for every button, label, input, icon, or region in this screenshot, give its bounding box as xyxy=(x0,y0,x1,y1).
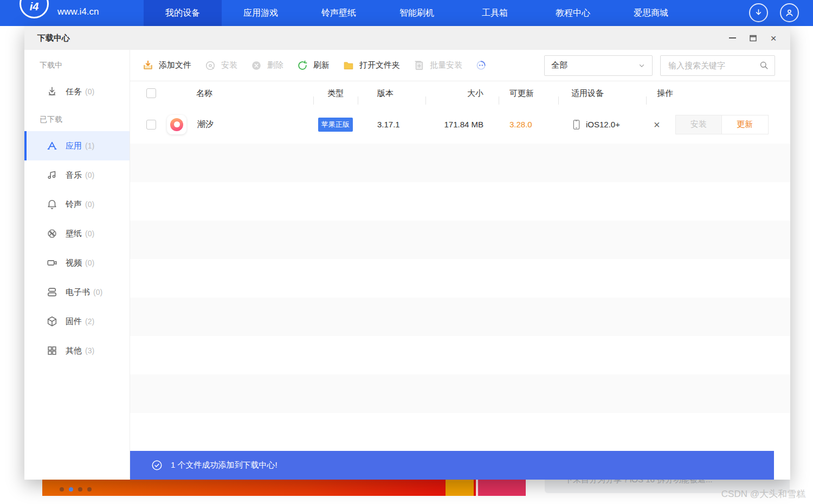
batch-install-icon xyxy=(413,60,425,72)
carousel-dot[interactable] xyxy=(60,487,64,492)
sidebar-item-firmware[interactable]: 固件 (2) xyxy=(24,307,130,336)
sidebar-item-wallpapers[interactable]: 壁纸 (0) xyxy=(24,219,130,248)
app-size: 171.84 MB xyxy=(425,120,499,129)
row-checkbox[interactable] xyxy=(146,120,156,130)
nav-item-my-device[interactable]: 我的设备 xyxy=(144,0,222,26)
column-header-version: 版本 xyxy=(358,88,425,99)
search-box xyxy=(660,55,775,76)
close-button[interactable]: × xyxy=(765,30,782,46)
phone-icon xyxy=(571,119,582,131)
remove-row-icon[interactable]: × xyxy=(654,119,660,130)
delete-circle-icon xyxy=(250,60,262,72)
sidebar-section-downloaded: 已下载 xyxy=(24,106,130,131)
carousel-dot[interactable] xyxy=(78,487,82,492)
bell-icon xyxy=(46,198,58,210)
sidebar-item-tasks[interactable]: 任务 (0) xyxy=(24,77,130,106)
chevron-down-icon xyxy=(638,62,646,69)
update-row-button[interactable]: 更新 xyxy=(722,115,769,134)
sidebar: 下载中 任务 (0) 已下载 应用 (1) 音乐 xyxy=(24,50,130,480)
app-name: 潮汐 xyxy=(197,119,214,130)
grid-icon xyxy=(46,345,58,357)
site-url[interactable]: www.i4.cn xyxy=(57,7,99,17)
sidebar-section-downloading: 下载中 xyxy=(24,52,130,77)
window-titlebar[interactable]: 下载中心 × xyxy=(24,26,790,50)
video-camera-icon xyxy=(46,257,58,269)
table-row[interactable]: 潮汐 苹果正版 3.17.1 171.84 MB 3.28.0 iOS12.0+… xyxy=(130,105,790,144)
notification-text: 1 个文件成功添加到下载中心! xyxy=(171,460,278,470)
maximize-button[interactable] xyxy=(745,30,761,46)
toolbar: 添加文件 安装 删除 xyxy=(130,50,790,81)
search-icon[interactable] xyxy=(759,60,769,70)
refresh-icon xyxy=(296,60,308,72)
nav-right-icons xyxy=(749,3,799,22)
minimize-button[interactable] xyxy=(724,30,740,46)
user-account-icon[interactable] xyxy=(780,3,799,22)
carousel-dot[interactable] xyxy=(87,487,92,492)
device-requirement: iOS12.0+ xyxy=(586,120,620,129)
csdn-watermark: CSDN @大头和雪糕 xyxy=(721,488,805,500)
column-header-type: 类型 xyxy=(313,88,358,99)
appstore-icon xyxy=(46,140,58,152)
top-navbar: i4 www.i4.cn 我的设备 应用游戏 铃声壁纸 智能刷机 工具箱 教程中… xyxy=(0,0,813,26)
sidebar-item-music[interactable]: 音乐 (0) xyxy=(24,160,130,190)
app-version: 3.17.1 xyxy=(358,120,425,129)
sidebar-item-ebooks[interactable]: 电子书 (0) xyxy=(24,277,130,307)
nav-item-aisi-store[interactable]: 爱思商城 xyxy=(612,0,690,26)
nav-item-toolbox[interactable]: 工具箱 xyxy=(456,0,534,26)
tide-app-icon xyxy=(167,115,186,134)
nav-item-ringtones-wallpapers[interactable]: 铃声壁纸 xyxy=(300,0,378,26)
add-file-button[interactable]: 添加文件 xyxy=(142,60,191,72)
column-header-updatable: 可更新 xyxy=(499,88,558,99)
content-area: 添加文件 安装 删除 xyxy=(130,50,790,480)
nav-menu: 我的设备 应用游戏 铃声壁纸 智能刷机 工具箱 教程中心 爱思商城 xyxy=(144,0,690,26)
download-icon[interactable] xyxy=(749,3,768,22)
updatable-version: 3.28.0 xyxy=(499,120,558,129)
sidebar-item-ringtones[interactable]: 铃声 (0) xyxy=(24,190,130,219)
download-tray-icon xyxy=(46,86,58,98)
type-badge: 苹果正版 xyxy=(318,118,353,132)
nav-item-tutorials[interactable]: 教程中心 xyxy=(534,0,612,26)
feedback-smiley-icon[interactable] xyxy=(475,60,487,71)
add-file-icon xyxy=(142,60,154,72)
download-center-window: 下载中心 × 下载中 任务 (0) 已下载 xyxy=(24,26,790,480)
install-button[interactable]: 安装 xyxy=(204,60,237,72)
column-header-name: 名称 xyxy=(163,88,313,99)
filter-selected-value: 全部 xyxy=(551,60,567,70)
empty-table-area xyxy=(130,144,790,451)
search-input[interactable] xyxy=(667,60,759,70)
delete-button[interactable]: 删除 xyxy=(250,60,283,72)
cube-icon xyxy=(46,315,58,327)
sidebar-item-videos[interactable]: 视频 (0) xyxy=(24,248,130,277)
i4-logo-icon[interactable]: i4 xyxy=(20,0,49,18)
banner-decoration xyxy=(478,480,526,496)
batch-install-button[interactable]: 批量安装 xyxy=(413,60,462,72)
nav-item-apps-games[interactable]: 应用游戏 xyxy=(222,0,300,26)
open-folder-button[interactable]: 打开文件夹 xyxy=(343,60,400,72)
nav-item-smart-flash[interactable]: 智能刷机 xyxy=(378,0,456,26)
column-header-size: 大小 xyxy=(425,88,499,99)
check-circle-icon xyxy=(151,459,163,471)
column-header-device: 适用设备 xyxy=(558,88,646,99)
row-action-buttons: 安装 更新 xyxy=(675,115,769,134)
column-header-operations: 操作 xyxy=(646,88,790,99)
table-header: 名称 类型 版本 大小 可更新 适用设备 操作 xyxy=(130,81,790,105)
success-notification: 1 个文件成功添加到下载中心! xyxy=(130,451,774,480)
flower-icon xyxy=(46,228,58,240)
sidebar-item-apps[interactable]: 应用 (1) xyxy=(24,131,130,160)
window-title: 下载中心 xyxy=(37,33,70,43)
sidebar-item-other[interactable]: 其他 (3) xyxy=(24,336,130,365)
carousel-dot-active[interactable] xyxy=(69,487,73,492)
select-all-checkbox[interactable] xyxy=(146,88,156,98)
carousel-dots[interactable] xyxy=(60,487,92,492)
type-filter-dropdown[interactable]: 全部 xyxy=(544,55,653,76)
window-controls: × xyxy=(724,30,782,46)
install-disc-icon xyxy=(204,60,216,72)
music-note-icon xyxy=(46,169,58,181)
open-folder-icon xyxy=(343,60,354,72)
install-row-button[interactable]: 安装 xyxy=(675,115,722,134)
banner-decoration xyxy=(446,480,474,496)
refresh-button[interactable]: 刷新 xyxy=(296,60,330,72)
books-icon xyxy=(46,286,58,298)
